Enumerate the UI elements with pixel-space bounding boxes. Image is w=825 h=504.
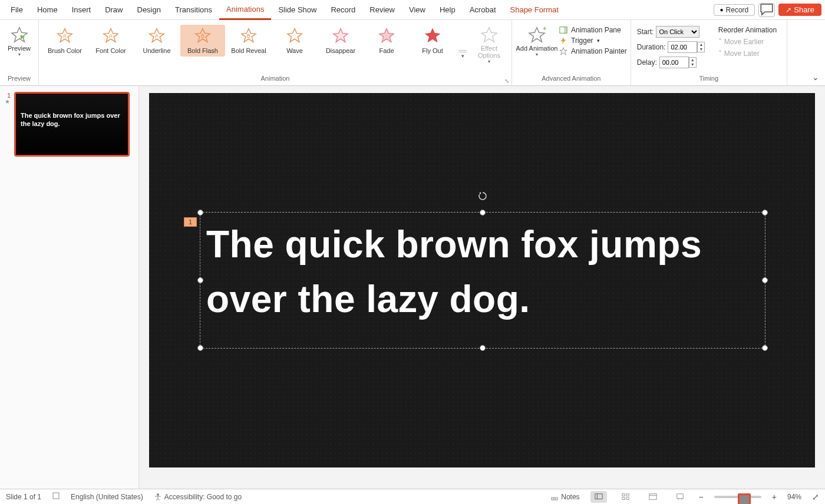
view-normal-button[interactable] (590, 491, 607, 503)
tab-file[interactable]: File (4, 0, 30, 20)
add-animation-button[interactable]: + Add Animation ▾ (516, 22, 558, 57)
tab-record[interactable]: Record (324, 0, 362, 20)
tab-view[interactable]: View (402, 0, 433, 20)
start-row: Start: On Click (635, 26, 717, 38)
chevron-down-icon: ▾ (18, 52, 21, 57)
rotate-icon (478, 191, 487, 201)
resize-handle-tm[interactable] (480, 210, 486, 215)
tab-slideshow[interactable]: Slide Show (271, 0, 324, 20)
gallery-underline[interactable]: AUnderline (134, 25, 179, 57)
animation-indicator-icon: ★ (5, 99, 11, 105)
rotate-handle[interactable] (478, 191, 487, 201)
slide-thumbnail-pane[interactable]: 1 ★ The quick brown fox jumps over the l… (0, 86, 139, 489)
svg-rect-38 (649, 493, 656, 499)
lightning-icon (559, 37, 567, 45)
spin-up[interactable]: ▲ (689, 58, 696, 62)
svg-rect-37 (626, 497, 628, 499)
resize-handle-br[interactable] (762, 345, 768, 351)
gallery-wave[interactable]: Wave (272, 25, 317, 57)
gallery-fly-out[interactable]: Fly Out (410, 25, 455, 57)
svg-marker-12 (288, 29, 302, 42)
svg-marker-22 (560, 48, 567, 55)
comments-button[interactable] (758, 3, 775, 17)
svg-rect-20 (564, 27, 567, 34)
view-sorter-button[interactable] (618, 491, 634, 503)
preview-label: Preview (8, 45, 31, 52)
spin-down[interactable]: ▼ (689, 62, 696, 67)
start-select[interactable]: On Click (656, 26, 699, 38)
resize-handle-tr[interactable] (762, 210, 768, 215)
svg-marker-0 (11, 28, 27, 42)
chevron-up-icon: ˄ (718, 38, 722, 46)
status-language[interactable]: English (United States) (71, 493, 143, 501)
duration-row: Duration: ▲▼ (635, 41, 717, 53)
trigger-button[interactable]: Trigger ▾ (559, 37, 627, 45)
tab-insert[interactable]: Insert (65, 0, 98, 20)
status-accessibility[interactable]: Accessibility: Good to go (154, 493, 242, 501)
tab-shape-format[interactable]: Shape Format (503, 0, 566, 20)
gallery-disappear[interactable]: Disappear (318, 25, 363, 57)
svg-marker-16 (481, 28, 497, 42)
notes-icon (550, 493, 559, 501)
selected-textbox[interactable]: 1 The quick brown fox jumps over the laz… (200, 212, 765, 349)
svg-text:A: A (155, 33, 159, 39)
delay-input[interactable] (659, 57, 689, 68)
slide[interactable]: 1 The quick brown fox jumps over the laz… (149, 93, 815, 467)
svg-rect-40 (676, 493, 683, 498)
notes-button[interactable]: Notes (550, 493, 579, 501)
chevron-down-icon: ▾ (536, 52, 538, 57)
resize-handle-mr[interactable] (762, 277, 768, 283)
star-icon (332, 27, 349, 44)
status-divider-icon (52, 492, 60, 502)
resize-handle-bm[interactable] (480, 345, 486, 351)
fit-window-button[interactable]: ⤢ (812, 492, 819, 502)
animation-painter-button[interactable]: Animation Painter (559, 47, 627, 55)
tab-acrobat[interactable]: Acrobat (463, 0, 503, 20)
comment-icon (759, 2, 774, 18)
zoom-slider[interactable] (714, 496, 761, 498)
slide-text-content[interactable]: The quick brown fox jumps over the lazy … (200, 213, 765, 331)
gallery-more-button[interactable]: ▾ (456, 25, 469, 62)
share-button[interactable]: Share (778, 4, 821, 16)
slide-thumbnail-1[interactable]: The quick brown fox jumps over the lazy … (14, 92, 130, 157)
animation-pane-button[interactable]: Animation Pane (559, 26, 627, 34)
spin-up[interactable]: ▲ (698, 42, 704, 47)
tab-review[interactable]: Review (362, 0, 402, 20)
tab-animations[interactable]: Animations (219, 0, 271, 20)
preview-button[interactable]: Preview ▾ (2, 22, 37, 57)
zoom-value[interactable]: 94% (787, 493, 801, 501)
tab-help[interactable]: Help (433, 0, 463, 20)
chevron-down-icon: ▾ (461, 53, 464, 59)
gallery-font-color[interactable]: AFont Color (88, 25, 133, 57)
view-slideshow-button[interactable] (672, 491, 688, 503)
gallery-bold-reveal[interactable]: BBold Reveal (226, 25, 271, 57)
gallery-bold-flash[interactable]: BBold Flash (180, 25, 225, 57)
ribbon: Preview ▾ Preview ABrush Color AFont Col… (0, 20, 825, 86)
view-reading-button[interactable] (645, 491, 661, 503)
duration-input[interactable] (668, 41, 697, 53)
slideshow-view-icon (676, 493, 684, 501)
record-button[interactable]: Record (714, 4, 755, 16)
star-icon: A (148, 27, 165, 44)
zoom-out-button[interactable]: − (699, 492, 704, 502)
tab-design[interactable]: Design (130, 0, 168, 20)
tab-home[interactable]: Home (30, 0, 65, 20)
slide-canvas-pane[interactable]: 1 The quick brown fox jumps over the laz… (139, 86, 825, 489)
animation-order-tag[interactable]: 1 (184, 217, 197, 227)
svg-text:A: A (63, 33, 67, 39)
spin-down[interactable]: ▼ (698, 47, 704, 52)
resize-handle-tl[interactable] (197, 210, 203, 215)
resize-handle-ml[interactable] (197, 277, 203, 283)
svg-text:B: B (247, 33, 250, 39)
tab-transitions[interactable]: Transitions (168, 0, 219, 20)
zoom-slider-thumb[interactable] (738, 493, 751, 505)
gallery-fade[interactable]: Fade (364, 25, 409, 57)
tab-draw[interactable]: Draw (98, 0, 130, 20)
dialog-launcher-animation[interactable]: ⤡ (504, 78, 509, 84)
zoom-in-button[interactable]: + (772, 492, 777, 502)
collapse-ribbon-button[interactable]: ⌄ (812, 72, 819, 82)
resize-handle-bl[interactable] (197, 345, 203, 351)
group-label-animation: Animation (42, 75, 508, 85)
gallery-brush-color[interactable]: ABrush Color (42, 25, 87, 57)
svg-marker-17 (529, 28, 544, 42)
